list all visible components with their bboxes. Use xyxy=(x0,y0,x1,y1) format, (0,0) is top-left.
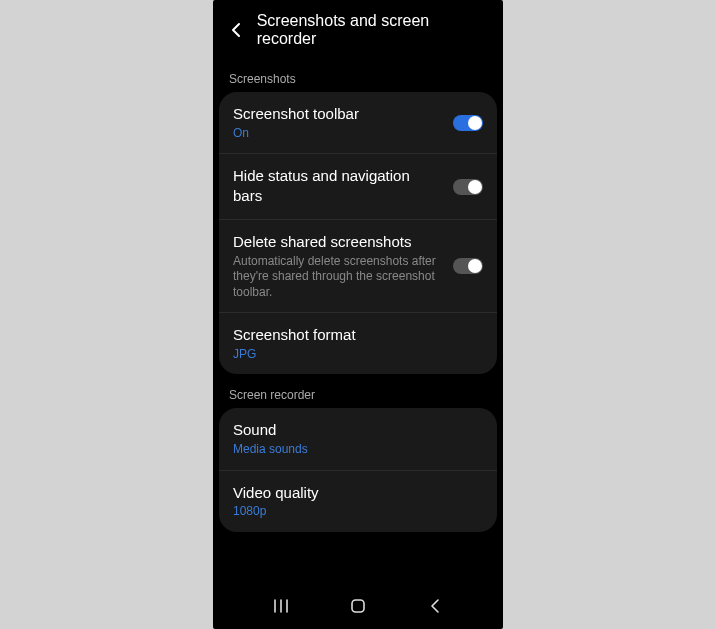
nav-back-button[interactable] xyxy=(415,591,455,621)
row-title: Delete shared screenshots xyxy=(233,232,443,252)
row-value: JPG xyxy=(233,347,483,363)
toggle-screenshot-toolbar[interactable] xyxy=(453,115,483,131)
nav-recent-button[interactable] xyxy=(261,591,301,621)
chevron-left-icon xyxy=(231,22,241,38)
toggle-hide-bars[interactable] xyxy=(453,179,483,195)
app-header: Screenshots and screen recorder xyxy=(213,0,503,58)
row-description: Automatically delete screenshots after t… xyxy=(233,254,443,301)
row-delete-shared[interactable]: Delete shared screenshots Automatically … xyxy=(219,219,497,312)
chevron-left-icon xyxy=(430,598,440,614)
row-title: Hide status and navigation bars xyxy=(233,166,443,205)
row-text: Hide status and navigation bars xyxy=(233,166,443,207)
row-status: On xyxy=(233,126,443,142)
nav-home-button[interactable] xyxy=(338,591,378,621)
back-button[interactable] xyxy=(227,21,245,39)
recent-apps-icon xyxy=(272,599,290,613)
row-title: Screenshot toolbar xyxy=(233,104,443,124)
navigation-bar xyxy=(213,589,503,629)
home-icon xyxy=(350,598,366,614)
row-screenshot-format[interactable]: Screenshot format JPG xyxy=(219,312,497,374)
row-value: 1080p xyxy=(233,504,483,520)
row-video-quality[interactable]: Video quality 1080p xyxy=(219,470,497,532)
row-title: Screenshot format xyxy=(233,325,483,345)
svg-rect-3 xyxy=(352,600,364,612)
row-sound[interactable]: Sound Media sounds xyxy=(219,408,497,469)
page-title: Screenshots and screen recorder xyxy=(257,12,489,48)
section-label-recorder: Screen recorder xyxy=(213,374,503,408)
toggle-delete-shared[interactable] xyxy=(453,258,483,274)
row-text: Screenshot toolbar On xyxy=(233,104,443,141)
row-screenshot-toolbar[interactable]: Screenshot toolbar On xyxy=(219,92,497,153)
row-text: Sound Media sounds xyxy=(233,420,483,457)
row-text: Video quality 1080p xyxy=(233,483,483,520)
row-text: Delete shared screenshots Automatically … xyxy=(233,232,443,300)
row-text: Screenshot format JPG xyxy=(233,325,483,362)
phone-screen: Screenshots and screen recorder Screensh… xyxy=(213,0,503,629)
row-title: Sound xyxy=(233,420,483,440)
recorder-card: Sound Media sounds Video quality 1080p xyxy=(219,408,497,531)
row-value: Media sounds xyxy=(233,442,483,458)
screenshots-card: Screenshot toolbar On Hide status and na… xyxy=(219,92,497,374)
row-title: Video quality xyxy=(233,483,483,503)
section-label-screenshots: Screenshots xyxy=(213,58,503,92)
row-hide-bars[interactable]: Hide status and navigation bars xyxy=(219,153,497,219)
